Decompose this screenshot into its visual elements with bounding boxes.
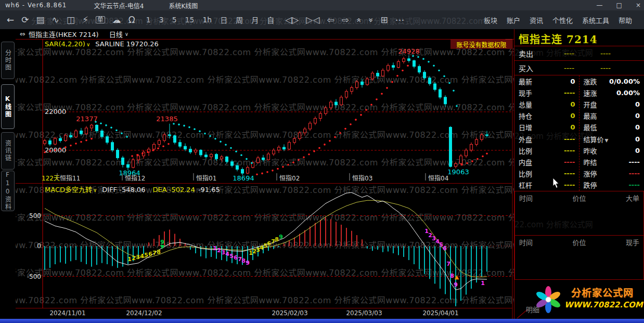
chevron-down-icon[interactable]: ∨ — [86, 42, 90, 47]
svg-text:9: 9 — [246, 260, 250, 266]
view-mode-label: 系统K线图 — [169, 1, 198, 10]
chevron-down-icon[interactable]: ∨ — [93, 187, 97, 193]
period-15[interactable]: 15 — [185, 16, 195, 24]
more-icon[interactable]: ⋯ — [395, 16, 404, 24]
quote-value: 0 — [635, 123, 640, 131]
sarline-value: SARLINE 19720.26 — [95, 40, 159, 48]
table-header-时间: 时间 — [519, 193, 559, 203]
period-自[interactable]: 自 — [267, 15, 274, 25]
toolbar-icons: ←⟳▤∿◫⚡单☁Ω — [3, 16, 139, 24]
trend-line-icon[interactable]: ∿ — [52, 16, 59, 24]
quote-cell-涨跌: 涨跌0/0.00% — [579, 76, 644, 86]
quote-cell-昨结: 昨结---- — [579, 157, 644, 167]
menu-个性化[interactable]: 个性化 — [552, 15, 573, 25]
quote-label: 昨收 — [584, 146, 597, 156]
chevron-down-icon[interactable]: ▼ — [605, 138, 609, 143]
quote-label: 速涨 — [584, 88, 597, 98]
svg-text:2024/12/02: 2024/12/02 — [126, 309, 162, 317]
minimize-button[interactable]: — — [597, 2, 603, 9]
sidebar-tab-资讯链[interactable]: 资讯链 — [1, 132, 15, 170]
chevron-down-icon[interactable]: ∨ — [125, 31, 128, 37]
kline-chart-icon[interactable]: ◫ — [67, 16, 75, 24]
period-日[interactable]: 日 — [220, 15, 227, 25]
svg-text:21377: 21377 — [76, 115, 97, 123]
quote-label: 现手 — [519, 88, 532, 98]
sar-indicator-header[interactable]: SAR(4,2,20) ∨ SARLINE 19720.26 — [45, 40, 159, 48]
bidask-volume: ---- — [587, 64, 624, 72]
maximize-button[interactable]: □ — [616, 2, 622, 9]
period-1h[interactable]: 1h — [202, 16, 212, 24]
quote-cell-结算价[interactable]: 结算价▼0 — [579, 134, 644, 144]
add-panel-icon[interactable]: ⊞ — [380, 16, 388, 24]
quote-cell-昨收: 昨收0 — [579, 146, 644, 156]
svg-text:恒指04: 恒指04 — [428, 174, 448, 182]
collapse-up-icon[interactable]: « — [355, 17, 363, 22]
symbol-tab[interactable]: 恒指主连(HKEX 7214) — [29, 29, 99, 39]
menu-板块[interactable]: 板块 — [484, 15, 497, 25]
kline-chart-canvas[interactable]: 22000200005000-5002137721385249281896418… — [16, 39, 514, 319]
quote-label: 最新 — [519, 76, 532, 86]
quote-value: ---- — [564, 158, 575, 166]
quote-label: 最低 — [584, 122, 597, 132]
window-controls: — □ × — [597, 0, 641, 10]
menu-系统工具[interactable]: 系统工具 — [582, 15, 609, 25]
grid-divider — [579, 75, 579, 191]
app-window: wh6 - Ver6.8.861 文华云节点-电信4 系统K线图 — □ × 分… — [0, 0, 644, 323]
site-name[interactable]: 分析家公式网 — [564, 285, 640, 299]
quote-label: 内盘 — [519, 157, 532, 167]
quote-cell-最低: 最低0 — [579, 122, 644, 132]
big-order-table: 时间价位大单 — [514, 191, 644, 236]
macd-indicator-header[interactable]: MACD多空九转 ∨ DIFF -548.06 DEA -502.24 -91.… — [45, 184, 220, 194]
quote-value: ---- — [564, 170, 575, 177]
menu-账户[interactable]: 账户 — [507, 15, 520, 25]
svg-text:22000: 22000 — [45, 108, 66, 115]
sidebar-tab-F10资料[interactable]: F10资料 — [1, 171, 15, 211]
alert-bell-icon[interactable]: Ω — [128, 16, 135, 24]
sar-indicator-name[interactable]: SAR(4,2,20) — [45, 40, 85, 48]
quote-table-icon[interactable]: ▤ — [36, 16, 45, 24]
left-sidebar: 分时图K线图资讯链F10资料 — [0, 29, 16, 319]
svg-text:5: 5 — [229, 253, 234, 260]
sidebar-tab-K线图[interactable]: K线图 — [1, 84, 15, 129]
macd-indicator-name[interactable]: MACD多空九转 — [45, 184, 92, 194]
zoom-out-icon[interactable]: ◁▷ — [285, 16, 299, 24]
period-月[interactable]: 月 — [251, 15, 259, 25]
titlebar: wh6 - Ver6.8.861 文华云节点-电信4 系统K线图 — □ × — [0, 0, 644, 10]
period-3[interactable]: 3 — [159, 16, 164, 24]
svg-text:1: 1 — [481, 280, 485, 287]
back-icon[interactable]: ← — [7, 16, 14, 24]
close-button[interactable]: × — [636, 2, 641, 9]
sidebar-tab-分时图[interactable]: 分时图 — [1, 42, 15, 79]
page-left-icon[interactable]: ⇦ — [327, 16, 334, 24]
menu-资讯[interactable]: 资讯 — [530, 15, 543, 25]
table-header: 时间价位现手 — [515, 236, 643, 247]
site-url[interactable]: WWW.70822.COM — [564, 300, 640, 309]
link-icon: ⇔ — [20, 30, 25, 38]
quote-value: 0 — [570, 123, 575, 131]
svg-text:6: 6 — [443, 245, 447, 252]
quote-value: ---- — [564, 135, 575, 143]
flower-logo-icon[interactable] — [535, 286, 561, 313]
svg-text:3: 3 — [221, 249, 225, 256]
period-selector[interactable]: 日线 — [109, 29, 123, 39]
page-right-icon[interactable]: ⇨ — [342, 16, 349, 24]
period-1[interactable]: 1 — [146, 16, 151, 24]
svg-text:3: 3 — [136, 254, 140, 261]
quote-cell-速涨: 速涨0.00% — [579, 88, 644, 98]
cloud-icon[interactable]: ☁ — [112, 16, 121, 24]
order-icon[interactable]: 单 — [96, 16, 105, 23]
quote-value: 0 — [635, 147, 640, 154]
toolbar-menu: 板块账户资讯个性化系统工具帮助 — [479, 15, 637, 25]
site-logo[interactable]: 分析家公式网 WWW.70822.COM — [564, 285, 640, 309]
expand-down-icon[interactable]: » — [367, 17, 375, 22]
zoom-in-icon[interactable]: ▷◁ — [306, 16, 319, 24]
period-5[interactable]: 5 — [172, 16, 177, 24]
svg-text:7: 7 — [446, 261, 450, 267]
menu-帮助[interactable]: 帮助 — [619, 15, 632, 25]
period-周[interactable]: 周 — [236, 15, 243, 25]
formula-icon[interactable]: ⚡ — [82, 16, 88, 24]
app-title: wh6 - Ver6.8.861 — [5, 2, 67, 9]
refresh-icon[interactable]: ⟳ — [21, 16, 29, 24]
quote-cell-杠杆: 杠杆---- — [514, 180, 579, 190]
quote-cell-日增: 日增0 — [514, 122, 579, 132]
